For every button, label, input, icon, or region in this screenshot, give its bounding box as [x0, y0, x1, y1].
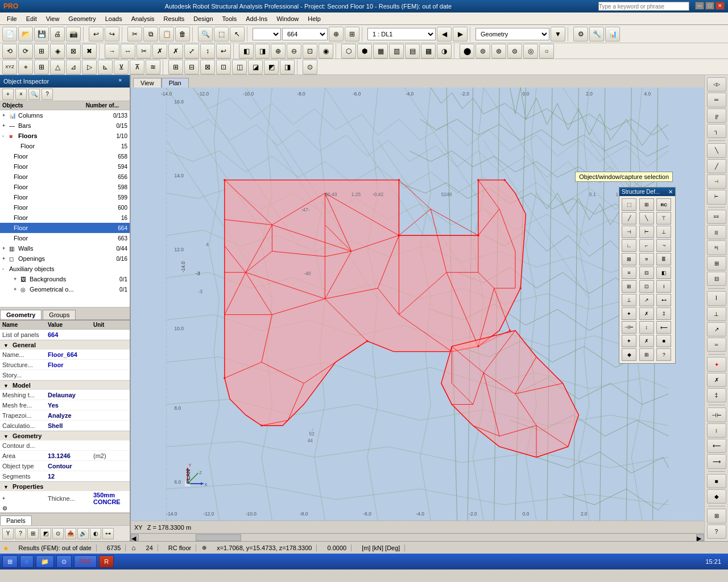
taskbar-chrome[interactable]: ⊙: [56, 555, 72, 568]
rp-btn-2[interactable]: ═: [707, 93, 726, 107]
tree-item-bars[interactable]: + — Bars 0/15: [0, 120, 130, 131]
inspector-expand-button[interactable]: +: [2, 89, 14, 100]
tab-geometry[interactable]: Geometry: [0, 310, 42, 319]
copy-button[interactable]: ⧉: [143, 27, 158, 41]
t3-btn12[interactable]: ⊟: [184, 60, 199, 74]
t2-btn33[interactable]: ○: [539, 44, 554, 59]
display-combo[interactable]: Geometry: [475, 28, 549, 40]
t2-btn2[interactable]: ⟳: [18, 44, 33, 59]
start-button[interactable]: ⊞: [2, 555, 18, 568]
scroll-right-button[interactable]: ▶: [696, 534, 704, 541]
rp-btn-8[interactable]: ⊢: [707, 190, 726, 204]
sd-btn-23[interactable]: ↗: [639, 294, 654, 306]
t2-btn24[interactable]: ▥: [389, 44, 404, 59]
rp-btn-16[interactable]: ↗: [707, 322, 726, 336]
t2-btn23[interactable]: ▦: [373, 44, 388, 59]
sd-btn-3[interactable]: RC: [656, 198, 671, 211]
section-properties[interactable]: ▼ Properties: [0, 481, 130, 491]
rp-btn-1[interactable]: ◁▷: [707, 77, 726, 92]
menu-loads[interactable]: Loads: [101, 14, 127, 23]
sd-btn-15[interactable]: ≣: [656, 253, 671, 265]
t2-btn9[interactable]: ✂: [136, 44, 151, 59]
t3-btn16[interactable]: ◪: [248, 60, 263, 74]
t2-btn25[interactable]: ▤: [405, 44, 420, 59]
sd-btn-6[interactable]: ⊤: [656, 212, 671, 225]
sd-btn-9[interactable]: ⊥: [656, 226, 671, 238]
tree-item-columns[interactable]: + 📊 Columns 0/133: [0, 110, 130, 120]
cut-button[interactable]: ✂: [127, 27, 142, 41]
close-button[interactable]: ✕: [715, 2, 725, 10]
t2-btn20[interactable]: ◉: [318, 44, 333, 59]
tab-groups[interactable]: Groups: [43, 310, 76, 319]
rp-btn-10[interactable]: |||: [707, 225, 726, 239]
t2-btn28[interactable]: ⬤: [460, 44, 474, 59]
t2-btn22[interactable]: ⬢: [357, 44, 372, 59]
t2-btn4[interactable]: ◈: [50, 44, 65, 59]
rp-btn-15[interactable]: ⊥: [707, 307, 726, 321]
sd-btn-10[interactable]: ∟: [622, 239, 636, 252]
more-btn2[interactable]: 🔧: [589, 27, 604, 41]
status-btn6[interactable]: 📤: [65, 528, 76, 539]
status-btn1[interactable]: Y: [2, 528, 14, 539]
rp-btn-3[interactable]: ╔: [707, 109, 726, 123]
sd-btn-34[interactable]: ◆: [622, 348, 636, 361]
t3-btn17[interactable]: ◩: [264, 60, 279, 74]
sd-btn-22[interactable]: ⊥: [622, 294, 636, 306]
tree-item-floor-16[interactable]: Floor 16: [0, 213, 130, 223]
rp-btn-6[interactable]: ╱: [707, 159, 726, 173]
t2-btn8[interactable]: ↔: [121, 44, 135, 59]
t3-btn13[interactable]: ⊠: [200, 60, 215, 74]
sd-btn-7[interactable]: ⊣: [622, 226, 636, 238]
load-prev[interactable]: ◀: [437, 27, 452, 41]
t3-btn19[interactable]: ⊙: [303, 60, 317, 74]
menu-edit[interactable]: Edit: [22, 14, 42, 23]
t2-btn10[interactable]: ✗: [152, 44, 167, 59]
rp-btn-21[interactable]: ⊣⊢: [707, 408, 726, 422]
tree-item-floor-594[interactable]: Floor 594: [0, 161, 130, 172]
tree-item-floor-598[interactable]: Floor 598: [0, 182, 130, 192]
new-button[interactable]: 📄: [2, 27, 17, 41]
t3-btn4[interactable]: △: [50, 60, 65, 74]
paste-button[interactable]: 📋: [159, 27, 174, 41]
menu-design[interactable]: Design: [189, 14, 217, 23]
sd-btn-18[interactable]: ◧: [656, 267, 671, 279]
scroll-thumb-h[interactable]: [196, 534, 241, 541]
t2-btn26[interactable]: ▩: [421, 44, 436, 59]
t3-btn9[interactable]: ⊼: [130, 60, 144, 74]
redo-button[interactable]: ↪: [105, 27, 119, 41]
t2-btn12[interactable]: ⤢: [184, 44, 199, 59]
load-case-combo[interactable]: 1 : DL1: [367, 28, 436, 40]
t2-btn27[interactable]: ◑: [437, 44, 452, 59]
tab-view[interactable]: View: [133, 78, 162, 88]
tree-item-backgrounds[interactable]: + 🖼 Backgrounds 0/1: [0, 274, 130, 284]
sd-btn-8[interactable]: ⊢: [639, 226, 654, 238]
t3-btn5[interactable]: ⊿: [66, 60, 81, 74]
sd-btn-28[interactable]: ⊣⊢: [622, 321, 636, 334]
status-btn7[interactable]: 🔊: [77, 528, 89, 539]
panels-tab[interactable]: Panels: [0, 516, 32, 525]
rp-btn-9[interactable]: ≡≡: [707, 210, 726, 224]
t3-btn6[interactable]: ▷: [82, 60, 97, 74]
t2-btn18[interactable]: ⊖: [287, 44, 301, 59]
sd-btn-29[interactable]: ↕: [639, 321, 654, 334]
t2-btn29[interactable]: ⊚: [475, 44, 490, 59]
number-combo[interactable]: 664: [282, 28, 328, 40]
prop-name-value[interactable]: Floor_664: [48, 351, 93, 358]
taskbar-robot[interactable]: R: [99, 555, 114, 568]
t2-btn13[interactable]: ↕: [200, 44, 215, 59]
sd-btn-30[interactable]: ⟵: [656, 321, 671, 334]
tree-item-floor-599[interactable]: Floor 599: [0, 192, 130, 202]
sd-btn-5[interactable]: ╲: [639, 212, 654, 225]
struct-def-close[interactable]: ✕: [668, 189, 673, 195]
sd-btn-19[interactable]: ⊞: [622, 280, 636, 293]
t3-btn18[interactable]: ◨: [280, 60, 295, 74]
sd-btn-25[interactable]: ✦: [622, 307, 636, 320]
rp-btn-13[interactable]: ⊟: [707, 272, 726, 286]
menu-results[interactable]: Results: [159, 14, 189, 23]
inspector-collapse-button[interactable]: ×: [15, 89, 27, 100]
t3-btn7[interactable]: ⊾: [98, 60, 113, 74]
tree-item-walls[interactable]: + ▥ Walls 0/44: [0, 243, 130, 253]
t3-btn3[interactable]: ⊞: [34, 60, 49, 74]
object-combo[interactable]: [253, 28, 281, 40]
t2-btn5[interactable]: ⊠: [66, 44, 81, 59]
